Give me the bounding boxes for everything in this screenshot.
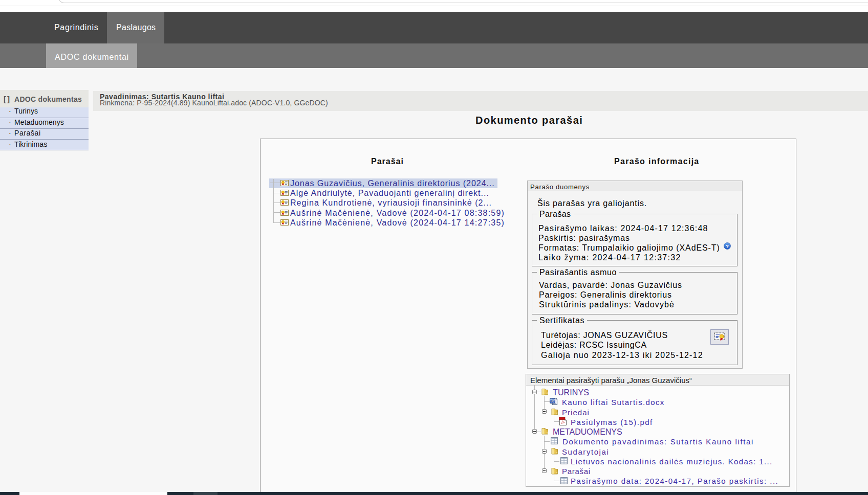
svg-text:?: ? xyxy=(726,243,729,249)
svg-text:W: W xyxy=(550,398,555,403)
